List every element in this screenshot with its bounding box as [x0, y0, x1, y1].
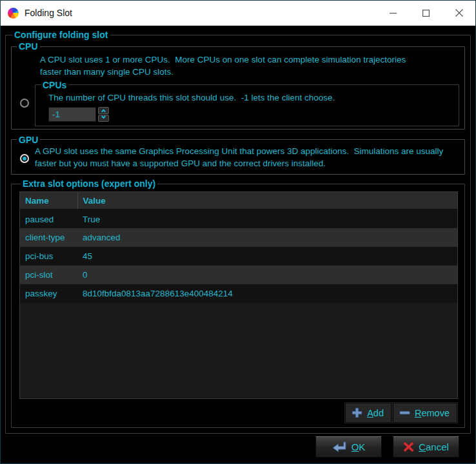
cpu-radio-button[interactable]: [20, 99, 29, 108]
remove-button-label: Remove: [415, 408, 450, 418]
table-row[interactable]: passkey 8d10fbfda0813aa7288613e400484214: [20, 284, 457, 303]
options-table-container: Name Value paused True client-type: [19, 191, 458, 399]
plus-icon: [352, 407, 362, 418]
cpu-count-spinner: [48, 107, 455, 122]
ok-button-label: OK: [352, 441, 366, 452]
gpu-group-legend: GPU: [17, 135, 40, 145]
option-value: 8d10fbfda0813aa7288613e400484214: [77, 284, 457, 303]
return-arrow-icon: [332, 441, 347, 452]
chevron-down-icon: [101, 114, 106, 119]
folding-at-home-logo-icon: [8, 8, 19, 19]
option-value: True: [77, 209, 457, 228]
table-row[interactable]: paused True: [20, 209, 457, 228]
cancel-button[interactable]: Cancel: [393, 436, 459, 458]
dialog-content: Configure folding slot CPU A CPU slot us…: [1, 26, 475, 464]
remove-button[interactable]: Remove: [393, 403, 457, 423]
cpus-description: The number of CPU threads this slot shou…: [48, 92, 455, 104]
option-name: passkey: [20, 284, 77, 303]
window-title: Folding Slot: [25, 8, 72, 18]
add-button-label: Add: [367, 408, 384, 418]
spinner-buttons: [98, 107, 109, 122]
close-icon: [455, 9, 463, 17]
column-header-value[interactable]: Value: [77, 192, 457, 209]
minimize-icon: [390, 10, 397, 17]
option-value: advanced: [77, 228, 457, 247]
gpu-radio-row: A GPU slot uses the same Graphics Proces…: [15, 145, 461, 172]
table-header-row: Name Value: [20, 192, 457, 209]
cpu-radio-row: CPUs The number of CPU threads this slot…: [15, 80, 461, 126]
cancel-button-label: Cancel: [419, 441, 449, 452]
option-name: pci-slot: [20, 266, 77, 284]
add-button[interactable]: Add: [345, 403, 392, 423]
gpu-radio-button[interactable]: [20, 154, 29, 163]
spinner-up-button[interactable]: [98, 107, 109, 114]
maximize-icon: [422, 10, 430, 17]
configure-group-legend: Configure folding slot: [12, 30, 110, 40]
red-x-icon: [403, 441, 414, 452]
table-row[interactable]: pci-bus 45: [20, 247, 457, 266]
gpu-description: A GPU slot uses the same Graphics Proces…: [35, 146, 457, 170]
option-value: 45: [77, 247, 457, 266]
cpu-description: A CPU slot uses 1 or more CPUs. More CPU…: [40, 54, 419, 79]
spinner-down-button[interactable]: [98, 115, 109, 122]
options-table: Name Value paused True client-type: [20, 192, 457, 303]
extra-group-legend: Extra slot options (expert only): [21, 179, 157, 189]
extra-slot-options-group: Extra slot options (expert only) Name Va…: [11, 179, 465, 428]
minus-icon: [399, 411, 410, 415]
option-name: client-type: [20, 228, 77, 247]
titlebar: Folding Slot: [1, 1, 475, 26]
table-row[interactable]: pci-slot 0: [20, 266, 457, 284]
cpus-group: CPUs The number of CPU threads this slot…: [35, 80, 459, 126]
table-row[interactable]: client-type advanced: [20, 228, 457, 247]
table-actions: Add Remove: [19, 402, 458, 423]
dialog-footer: OK Cancel: [5, 434, 471, 463]
option-name: pci-bus: [20, 247, 77, 266]
maximize-button[interactable]: [410, 1, 442, 25]
cpu-count-input[interactable]: [48, 107, 96, 122]
cpu-group-legend: CPU: [17, 41, 40, 52]
option-name: paused: [20, 209, 77, 228]
close-button[interactable]: [442, 1, 475, 25]
chevron-up-icon: [101, 109, 106, 113]
option-value: 0: [77, 266, 457, 284]
column-header-name[interactable]: Name: [20, 192, 77, 209]
folding-slot-dialog: Folding Slot Configure folding slot: [0, 0, 476, 464]
ok-button[interactable]: OK: [315, 436, 382, 458]
window-controls: [377, 1, 475, 25]
cpu-group: CPU A CPU slot uses 1 or more CPUs. More…: [11, 41, 465, 130]
cpus-group-legend: CPUs: [41, 80, 68, 90]
minimize-button[interactable]: [377, 1, 410, 25]
configure-folding-slot-group: Configure folding slot CPU A CPU slot us…: [5, 30, 471, 434]
gpu-group: GPU A GPU slot uses the same Graphics Pr…: [11, 135, 465, 175]
